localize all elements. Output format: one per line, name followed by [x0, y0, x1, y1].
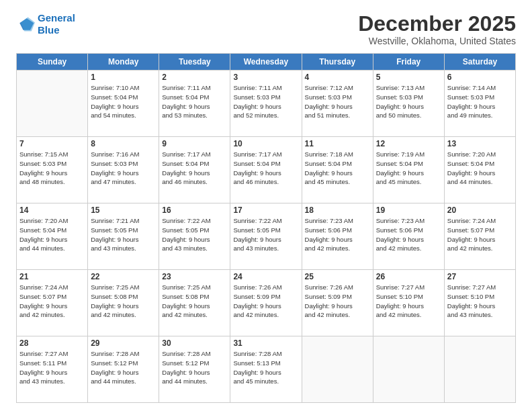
day-number: 9 [162, 139, 227, 148]
weekday-header-wednesday: Wednesday [230, 54, 302, 71]
calendar-cell: 19Sunrise: 7:23 AMSunset: 5:06 PMDayligh… [373, 203, 444, 270]
day-info: Sunrise: 7:12 AMSunset: 5:03 PMDaylight:… [305, 83, 370, 120]
page: General Blue December 2025 Westville, Ok… [0, 0, 532, 411]
weekday-header-sunday: Sunday [17, 54, 88, 71]
day-info: Sunrise: 7:28 AMSunset: 5:13 PMDaylight:… [233, 349, 298, 386]
calendar-cell: 7Sunrise: 7:15 AMSunset: 5:03 PMDaylight… [17, 137, 88, 203]
calendar-cell: 2Sunrise: 7:11 AMSunset: 5:04 PMDaylight… [159, 71, 230, 137]
day-number: 29 [91, 338, 156, 348]
day-number: 2 [162, 73, 227, 82]
calendar-week-4: 21Sunrise: 7:24 AMSunset: 5:07 PMDayligh… [17, 270, 516, 336]
day-info: Sunrise: 7:11 AMSunset: 5:04 PMDaylight:… [162, 83, 227, 120]
day-number: 6 [447, 73, 513, 82]
day-info: Sunrise: 7:10 AMSunset: 5:04 PMDaylight:… [91, 83, 156, 120]
day-info: Sunrise: 7:25 AMSunset: 5:08 PMDaylight:… [162, 283, 227, 320]
day-number: 20 [447, 205, 513, 215]
day-number: 10 [233, 139, 298, 148]
logo-general: General [38, 12, 75, 24]
calendar-cell: 12Sunrise: 7:19 AMSunset: 5:04 PMDayligh… [373, 137, 444, 203]
day-info: Sunrise: 7:11 AMSunset: 5:03 PMDaylight:… [233, 83, 298, 120]
weekday-row: SundayMondayTuesdayWednesdayThursdayFrid… [17, 54, 516, 71]
weekday-header-monday: Monday [88, 54, 159, 71]
calendar-cell: 26Sunrise: 7:27 AMSunset: 5:10 PMDayligh… [373, 270, 444, 336]
calendar-cell: 27Sunrise: 7:27 AMSunset: 5:10 PMDayligh… [444, 270, 515, 336]
calendar-cell: 6Sunrise: 7:14 AMSunset: 5:03 PMDaylight… [444, 71, 515, 137]
day-info: Sunrise: 7:22 AMSunset: 5:05 PMDaylight:… [162, 216, 227, 253]
day-info: Sunrise: 7:20 AMSunset: 5:04 PMDaylight:… [19, 216, 85, 253]
day-info: Sunrise: 7:18 AMSunset: 5:04 PMDaylight:… [305, 150, 370, 187]
day-info: Sunrise: 7:23 AMSunset: 5:06 PMDaylight:… [305, 216, 370, 253]
day-number: 22 [91, 272, 156, 281]
day-number: 3 [233, 73, 298, 82]
calendar-cell: 16Sunrise: 7:22 AMSunset: 5:05 PMDayligh… [159, 203, 230, 270]
day-number: 21 [19, 272, 85, 281]
day-number: 12 [376, 139, 441, 148]
calendar-cell: 21Sunrise: 7:24 AMSunset: 5:07 PMDayligh… [17, 270, 88, 336]
day-info: Sunrise: 7:17 AMSunset: 5:04 PMDaylight:… [162, 150, 227, 187]
calendar-body: 1Sunrise: 7:10 AMSunset: 5:04 PMDaylight… [17, 71, 516, 403]
day-number: 17 [233, 205, 298, 215]
calendar-cell [17, 71, 88, 137]
calendar-cell: 24Sunrise: 7:26 AMSunset: 5:09 PMDayligh… [230, 270, 302, 336]
calendar-cell: 17Sunrise: 7:22 AMSunset: 5:05 PMDayligh… [230, 203, 302, 270]
day-number: 5 [376, 73, 441, 82]
day-info: Sunrise: 7:25 AMSunset: 5:08 PMDaylight:… [91, 283, 156, 320]
day-number: 8 [91, 139, 156, 148]
calendar-cell: 11Sunrise: 7:18 AMSunset: 5:04 PMDayligh… [302, 137, 373, 203]
calendar-cell: 20Sunrise: 7:24 AMSunset: 5:07 PMDayligh… [444, 203, 515, 270]
calendar-week-3: 14Sunrise: 7:20 AMSunset: 5:04 PMDayligh… [17, 203, 516, 270]
day-info: Sunrise: 7:15 AMSunset: 5:03 PMDaylight:… [19, 150, 85, 187]
day-info: Sunrise: 7:27 AMSunset: 5:10 PMDaylight:… [447, 283, 513, 320]
calendar-cell: 15Sunrise: 7:21 AMSunset: 5:05 PMDayligh… [88, 203, 159, 270]
calendar-cell: 1Sunrise: 7:10 AMSunset: 5:04 PMDaylight… [88, 71, 159, 137]
day-info: Sunrise: 7:13 AMSunset: 5:03 PMDaylight:… [376, 83, 441, 120]
weekday-header-tuesday: Tuesday [159, 54, 230, 71]
calendar-cell [302, 336, 373, 403]
calendar-cell: 3Sunrise: 7:11 AMSunset: 5:03 PMDaylight… [230, 71, 302, 137]
weekday-header-friday: Friday [373, 54, 444, 71]
day-number: 13 [447, 139, 513, 148]
day-number: 11 [305, 139, 370, 148]
calendar-cell: 31Sunrise: 7:28 AMSunset: 5:13 PMDayligh… [230, 336, 302, 403]
day-info: Sunrise: 7:21 AMSunset: 5:05 PMDaylight:… [91, 216, 156, 253]
calendar-week-5: 28Sunrise: 7:27 AMSunset: 5:11 PMDayligh… [17, 336, 516, 403]
logo: General Blue [16, 12, 75, 36]
day-info: Sunrise: 7:17 AMSunset: 5:04 PMDaylight:… [233, 150, 298, 187]
calendar-cell: 10Sunrise: 7:17 AMSunset: 5:04 PMDayligh… [230, 137, 302, 203]
day-number: 28 [19, 338, 85, 348]
calendar-cell: 5Sunrise: 7:13 AMSunset: 5:03 PMDaylight… [373, 71, 444, 137]
calendar-header: SundayMondayTuesdayWednesdayThursdayFrid… [17, 54, 516, 71]
day-info: Sunrise: 7:20 AMSunset: 5:04 PMDaylight:… [447, 150, 513, 187]
calendar-cell [373, 336, 444, 403]
logo-icon [16, 15, 35, 34]
calendar-week-2: 7Sunrise: 7:15 AMSunset: 5:03 PMDaylight… [17, 137, 516, 203]
calendar-cell: 9Sunrise: 7:17 AMSunset: 5:04 PMDaylight… [159, 137, 230, 203]
calendar-cell: 23Sunrise: 7:25 AMSunset: 5:08 PMDayligh… [159, 270, 230, 336]
day-number: 19 [376, 205, 441, 215]
day-number: 18 [305, 205, 370, 215]
day-info: Sunrise: 7:22 AMSunset: 5:05 PMDaylight:… [233, 216, 298, 253]
calendar-cell: 8Sunrise: 7:16 AMSunset: 5:03 PMDaylight… [88, 137, 159, 203]
calendar-cell: 25Sunrise: 7:26 AMSunset: 5:09 PMDayligh… [302, 270, 373, 336]
calendar-week-1: 1Sunrise: 7:10 AMSunset: 5:04 PMDaylight… [17, 71, 516, 137]
calendar-cell: 18Sunrise: 7:23 AMSunset: 5:06 PMDayligh… [302, 203, 373, 270]
day-info: Sunrise: 7:26 AMSunset: 5:09 PMDaylight:… [233, 283, 298, 320]
calendar-cell: 22Sunrise: 7:25 AMSunset: 5:08 PMDayligh… [88, 270, 159, 336]
logo-blue: Blue [38, 24, 60, 36]
calendar-table: SundayMondayTuesdayWednesdayThursdayFrid… [16, 53, 516, 403]
calendar-cell: 14Sunrise: 7:20 AMSunset: 5:04 PMDayligh… [17, 203, 88, 270]
calendar-cell: 28Sunrise: 7:27 AMSunset: 5:11 PMDayligh… [17, 336, 88, 403]
calendar-cell: 30Sunrise: 7:28 AMSunset: 5:12 PMDayligh… [159, 336, 230, 403]
day-info: Sunrise: 7:27 AMSunset: 5:11 PMDaylight:… [19, 349, 85, 386]
calendar-cell: 13Sunrise: 7:20 AMSunset: 5:04 PMDayligh… [444, 137, 515, 203]
day-info: Sunrise: 7:19 AMSunset: 5:04 PMDaylight:… [376, 150, 441, 187]
day-info: Sunrise: 7:28 AMSunset: 5:12 PMDaylight:… [91, 349, 156, 386]
day-info: Sunrise: 7:24 AMSunset: 5:07 PMDaylight:… [19, 283, 85, 320]
day-number: 23 [162, 272, 227, 281]
calendar-cell: 29Sunrise: 7:28 AMSunset: 5:12 PMDayligh… [88, 336, 159, 403]
day-number: 4 [305, 73, 370, 82]
weekday-header-saturday: Saturday [444, 54, 515, 71]
month-title: December 2025 [358, 12, 516, 36]
day-info: Sunrise: 7:16 AMSunset: 5:03 PMDaylight:… [91, 150, 156, 187]
calendar-cell [444, 336, 515, 403]
